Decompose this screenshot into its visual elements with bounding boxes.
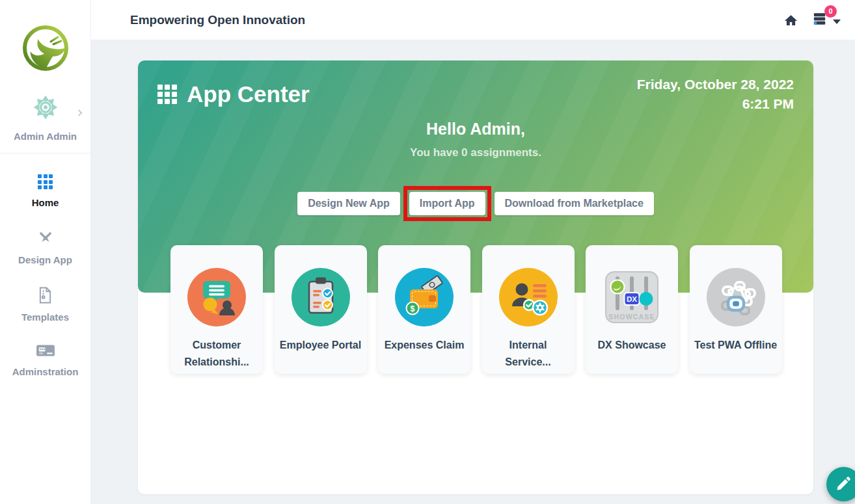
date-text: Friday, October 28, 2022 [637, 75, 794, 94]
app-grid-icon [157, 85, 177, 104]
app-center-title-text: App Center [187, 81, 310, 107]
page-title: Empowering Open Innovation [130, 13, 305, 27]
design-tools-icon [36, 229, 55, 247]
caret-down-icon [833, 20, 841, 24]
user-menu[interactable]: Admin Admin [0, 94, 90, 142]
banner-buttons: Design New App Import App Download from … [157, 186, 794, 221]
app-card-customer-relationship[interactable]: Customer Relationshi... [170, 245, 263, 374]
chevron-right-icon [76, 110, 83, 116]
sidebar-item-label: Home [0, 197, 90, 208]
joget-logo-icon [21, 24, 70, 72]
content-area: App Center Friday, October 28, 2022 6:21… [91, 40, 855, 494]
app-card-label: Test PWA Offline [690, 337, 781, 354]
design-new-app-button[interactable]: Design New App [297, 192, 400, 215]
svg-text:$: $ [411, 304, 415, 313]
edit-fab[interactable] [826, 467, 855, 501]
app-center-panel: App Center Friday, October 28, 2022 6:21… [138, 60, 813, 494]
employee-portal-app-icon [292, 268, 350, 326]
assignments-badge: 0 [824, 5, 837, 18]
sidebar-item-design-app[interactable]: Design App [0, 219, 90, 276]
app-card-employee-portal[interactable]: Employee Portal [275, 245, 367, 374]
app-card-label: Expenses Claim [381, 337, 468, 354]
import-app-highlight-annotation: Import App [403, 186, 491, 221]
internal-service-app-icon [499, 268, 558, 326]
test-pwa-offline-app-icon [707, 268, 765, 326]
user-avatar [32, 94, 59, 121]
datetime: Friday, October 28, 2022 6:21 PM [637, 75, 794, 114]
time-text: 6:21 PM [637, 94, 794, 114]
sidebar-item-templates[interactable]: Templates [0, 276, 90, 333]
sidebar-item-label: Adminstration [0, 366, 90, 377]
sidebar: Admin Admin Home Design App [0, 0, 91, 504]
sidebar-item-home[interactable]: Home [0, 159, 90, 219]
console-icon [36, 343, 55, 362]
dx-showcase-app-icon: DX SHOWCASE [603, 268, 661, 326]
app-center-title: App Center [157, 81, 310, 107]
app-card-label: Customer Relationshi... [170, 337, 263, 371]
sidebar-nav: Home Design App [0, 153, 90, 388]
user-name: Admin Admin [0, 131, 90, 142]
app-card-internal-service[interactable]: Internal Service... [482, 245, 575, 374]
home-grid-icon [38, 174, 53, 192]
download-from-marketplace-button[interactable]: Download from Marketplace [495, 192, 654, 215]
sidebar-item-administration[interactable]: Adminstration [0, 333, 90, 388]
svg-text:DX: DX [627, 295, 637, 303]
app-card-expenses-claim[interactable]: $ Expenses Claim [378, 245, 470, 374]
home-icon[interactable] [784, 14, 798, 27]
assignments-text: You have 0 assignments. [157, 146, 794, 159]
topbar-actions: 0 [784, 12, 841, 29]
app-card-test-pwa-offline[interactable]: Test PWA Offline [690, 245, 782, 374]
app-card-dx-showcase[interactable]: DX SHOWCASE DX Showcase [586, 245, 678, 374]
app-root: Admin Admin Home Design App [0, 0, 855, 504]
pencil-icon [835, 475, 852, 494]
zip-file-icon [38, 286, 53, 304]
customer-relationship-app-icon [187, 268, 246, 326]
inbox-menu[interactable]: 0 [812, 12, 841, 29]
sidebar-item-label: Templates [0, 312, 90, 323]
greeting-text: Hello Admin, [157, 120, 794, 139]
svg-text:SHOWCASE: SHOWCASE [608, 313, 655, 321]
app-card-label: DX Showcase [594, 337, 670, 354]
top-bar: Empowering Open Innovation [91, 0, 855, 40]
import-app-button[interactable]: Import App [409, 192, 485, 215]
banner-top: App Center Friday, October 28, 2022 6:21… [157, 75, 794, 114]
app-card-label: Internal Service... [482, 337, 575, 371]
app-card-label: Employee Portal [276, 337, 365, 354]
expenses-claim-app-icon: $ [395, 268, 454, 326]
main-area: Empowering Open Innovation [91, 0, 855, 504]
sidebar-item-label: Design App [0, 254, 90, 265]
app-cards-row: Customer Relationshi... [138, 245, 813, 374]
